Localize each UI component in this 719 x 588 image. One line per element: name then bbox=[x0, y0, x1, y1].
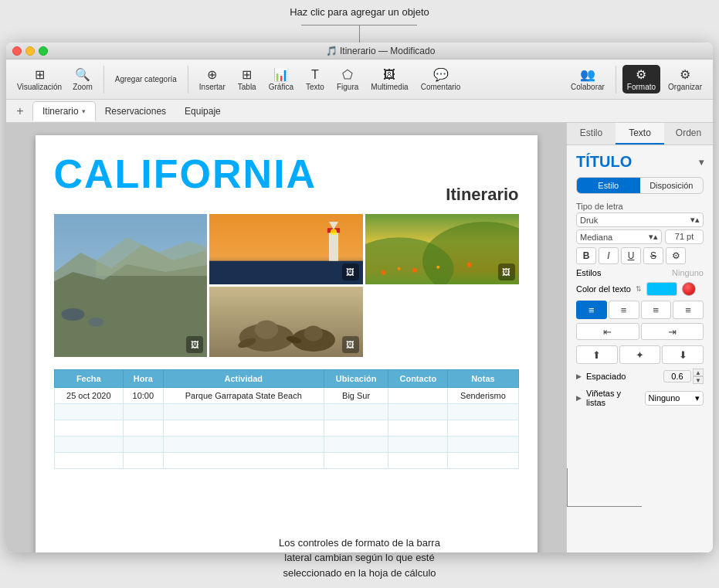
table-row[interactable] bbox=[54, 404, 518, 420]
cell-contacto-5[interactable] bbox=[388, 453, 448, 469]
italic-button[interactable]: I bbox=[599, 247, 619, 264]
cell-fecha-2[interactable] bbox=[54, 404, 124, 420]
photo-icon-1[interactable]: 🖼 bbox=[186, 336, 203, 353]
cell-contacto-3[interactable] bbox=[388, 420, 448, 437]
cell-actividad-1[interactable]: Parque Garrapata State Beach bbox=[163, 388, 324, 404]
organizar-button[interactable]: ⚙ Organizar bbox=[663, 65, 707, 93]
cell-hora-4[interactable] bbox=[124, 437, 163, 453]
add-tab-button[interactable]: + bbox=[12, 104, 28, 119]
panel-title-arrow[interactable]: ▾ bbox=[699, 157, 704, 168]
vinetas-select[interactable]: Ninguno ▾ bbox=[645, 391, 704, 406]
font-weight-row: Mediana ▾▴ 71 pt bbox=[576, 229, 704, 244]
font-name-value: Druk bbox=[580, 216, 598, 225]
visualization-button[interactable]: ⊞ Visualización bbox=[12, 65, 66, 93]
valign-top-button[interactable]: ⬆ bbox=[576, 345, 618, 364]
cell-fecha-3[interactable] bbox=[54, 420, 124, 437]
cell-actividad-2[interactable] bbox=[163, 404, 324, 420]
valign-middle-button[interactable]: ✦ bbox=[619, 345, 661, 364]
cell-hora-2[interactable] bbox=[124, 404, 163, 420]
cell-actividad-3[interactable] bbox=[163, 420, 324, 437]
colaborar-button[interactable]: 👥 Colaborar bbox=[566, 65, 609, 93]
main-window: 🎵 Itinerario — Modificado ⊞ Visualizació… bbox=[6, 42, 713, 552]
agregar-categoria-button[interactable]: Agregar categoría bbox=[110, 73, 181, 86]
cell-notas-5[interactable] bbox=[448, 453, 518, 469]
color-swatch[interactable] bbox=[646, 282, 677, 296]
cell-ubicacion-5[interactable] bbox=[324, 453, 388, 469]
indent-increase-button[interactable]: ⇥ bbox=[641, 323, 704, 340]
zoom-button[interactable]: 🔍 Zoom bbox=[68, 65, 97, 93]
col-ubicacion: Ubicación bbox=[324, 370, 388, 388]
color-circle[interactable] bbox=[682, 282, 696, 296]
spacing-input[interactable]: 0.6 bbox=[663, 370, 691, 382]
strikethrough-button[interactable]: S bbox=[643, 247, 663, 264]
spacing-up-button[interactable]: ▲ bbox=[693, 369, 704, 376]
cell-ubicacion-2[interactable] bbox=[324, 404, 388, 420]
cell-ubicacion-4[interactable] bbox=[324, 437, 388, 453]
font-size-input[interactable]: 71 pt bbox=[665, 229, 704, 244]
cell-fecha-1[interactable]: 25 oct 2020 bbox=[54, 388, 124, 404]
minimize-button[interactable] bbox=[25, 46, 35, 56]
maximize-button[interactable] bbox=[39, 46, 48, 56]
panel-tab-estilo-label: Estilo bbox=[580, 127, 602, 138]
photo-icon-4[interactable]: 🖼 bbox=[342, 336, 359, 353]
font-settings-button[interactable]: ⚙ bbox=[666, 247, 686, 264]
table-row[interactable] bbox=[54, 437, 518, 453]
photo-icon-2[interactable]: 🖼 bbox=[342, 263, 359, 280]
tabla-button[interactable]: ⊞ Tabla bbox=[233, 65, 261, 93]
sd-tab-estilo[interactable]: Estilo bbox=[577, 178, 640, 193]
tab-itinerario[interactable]: Itinerario ▾ bbox=[32, 101, 96, 121]
photo-cell-2[interactable]: 🖼 bbox=[209, 214, 363, 284]
cell-notas-2[interactable] bbox=[448, 404, 518, 420]
photo-cell-3[interactable]: 🖼 bbox=[365, 214, 519, 284]
panel-tab-orden[interactable]: Orden bbox=[664, 123, 713, 144]
panel-tab-texto[interactable]: Texto bbox=[616, 123, 664, 144]
cell-actividad-4[interactable] bbox=[163, 437, 324, 453]
font-weight-select[interactable]: Mediana ▾▴ bbox=[576, 229, 662, 244]
table-row[interactable] bbox=[54, 453, 518, 469]
cell-fecha-5[interactable] bbox=[54, 453, 124, 469]
align-right-button[interactable]: ≡ bbox=[641, 301, 672, 319]
cell-notas-4[interactable] bbox=[448, 437, 518, 453]
colaborar-icon: 👥 bbox=[580, 67, 595, 82]
close-button[interactable] bbox=[12, 46, 22, 56]
annotation-bottom-line3: seleccionado en la hoja de cálculo bbox=[283, 567, 436, 579]
comentario-button[interactable]: 💬 Comentario bbox=[416, 65, 466, 93]
cell-actividad-5[interactable] bbox=[163, 453, 324, 469]
underline-button[interactable]: U bbox=[621, 247, 641, 264]
panel-tab-estilo[interactable]: Estilo bbox=[567, 123, 616, 144]
table-row[interactable]: 25 oct 2020 10:00 Parque Garrapata State… bbox=[54, 388, 518, 404]
photo-cell-1[interactable]: 🖼 bbox=[54, 214, 208, 357]
photo-cell-4[interactable]: 🖼 bbox=[209, 287, 363, 357]
cell-notas-3[interactable] bbox=[448, 420, 518, 437]
cell-ubicacion-3[interactable] bbox=[324, 420, 388, 437]
cell-ubicacion-1[interactable]: Big Sur bbox=[324, 388, 388, 404]
cell-hora-5[interactable] bbox=[124, 453, 163, 469]
grafica-button[interactable]: 📊 Gráfica bbox=[264, 65, 298, 93]
cell-hora-3[interactable] bbox=[124, 420, 163, 437]
cell-contacto-1[interactable] bbox=[388, 388, 448, 404]
align-center-button[interactable]: ≡ bbox=[609, 301, 639, 319]
bold-button[interactable]: B bbox=[576, 247, 596, 264]
cell-notas-1[interactable]: Senderismo bbox=[448, 388, 518, 404]
sd-tab-disposicion[interactable]: Disposición bbox=[640, 178, 704, 193]
multimedia-button[interactable]: 🖼 Multimedia bbox=[366, 66, 412, 93]
photo-icon-3[interactable]: 🖼 bbox=[498, 263, 515, 280]
cell-contacto-2[interactable] bbox=[388, 404, 448, 420]
align-left-button[interactable]: ≡ bbox=[576, 301, 607, 319]
texto-button[interactable]: T Texto bbox=[301, 66, 329, 93]
valign-bottom-button[interactable]: ⬇ bbox=[662, 345, 704, 364]
spacing-down-button[interactable]: ▼ bbox=[693, 376, 704, 384]
table-row[interactable] bbox=[54, 420, 518, 437]
tab-reservaciones[interactable]: Reservaciones bbox=[96, 101, 175, 121]
font-name-select[interactable]: Druk ▾▴ bbox=[576, 212, 704, 227]
insertar-button[interactable]: ⊕ Insertar bbox=[195, 65, 230, 93]
formato-button[interactable]: ⚙ Formato bbox=[622, 65, 660, 93]
align-justify-button[interactable]: ≡ bbox=[673, 301, 704, 319]
cell-fecha-4[interactable] bbox=[54, 437, 124, 453]
figura-button[interactable]: ⬠ Figura bbox=[332, 65, 363, 93]
agregar-categoria-label: Agregar categoría bbox=[115, 75, 177, 83]
cell-contacto-4[interactable] bbox=[388, 437, 448, 453]
cell-hora-1[interactable]: 10:00 bbox=[124, 388, 163, 404]
tab-equipaje[interactable]: Equipaje bbox=[175, 101, 230, 121]
indent-decrease-button[interactable]: ⇤ bbox=[576, 323, 639, 340]
